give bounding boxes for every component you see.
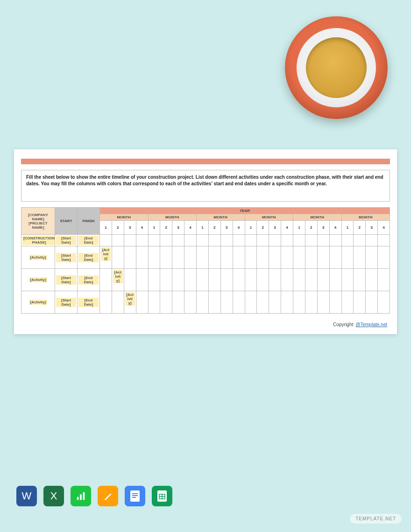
month-header: MONTH <box>100 214 149 221</box>
gantt-cell <box>269 235 281 246</box>
gantt-cell <box>112 291 124 314</box>
week-header: 1 <box>148 221 160 235</box>
gantt-cell <box>317 269 329 291</box>
gantt-cell <box>136 269 148 291</box>
gantt-cell <box>329 235 341 246</box>
gantt-cell <box>160 269 172 291</box>
end-date: [End Date] <box>78 269 100 291</box>
gantt-cell <box>112 246 124 269</box>
svg-rect-0 <box>77 497 79 500</box>
gantt-cell: [Activity] <box>124 291 136 314</box>
week-header: 1 <box>100 221 112 235</box>
word-icon[interactable]: W <box>16 486 37 506</box>
gantt-cell <box>184 235 197 246</box>
week-header: 2 <box>160 221 172 235</box>
week-header: 4 <box>281 221 293 235</box>
week-header: 4 <box>136 221 148 235</box>
gantt-cell <box>354 269 366 291</box>
svg-rect-1 <box>80 494 82 500</box>
gantt-cell <box>233 246 245 269</box>
week-header: 3 <box>172 221 184 235</box>
week-header: 1 <box>341 221 354 235</box>
week-header: 3 <box>220 221 233 235</box>
instruction-box: Fill the sheet below to show the entire … <box>21 170 390 202</box>
gantt-table: [COMPANY NAME] [PROJECT NAME] START FINI… <box>21 207 390 314</box>
gantt-cell <box>172 235 184 246</box>
company-project-header: [COMPANY NAME] [PROJECT NAME] <box>21 208 55 235</box>
start-date: [Start Date] <box>55 235 78 246</box>
week-header: 4 <box>233 221 245 235</box>
watermark: TEMPLATE.NET <box>350 514 402 524</box>
gantt-cell <box>378 269 390 291</box>
gantt-cell <box>329 246 341 269</box>
gantt-cell <box>245 246 257 269</box>
row-label: [CONSTRUCTION PHASE] <box>21 235 55 246</box>
copyright-label: Copyright: <box>333 322 355 327</box>
gantt-cell <box>172 246 184 269</box>
table-row: [Activity][Start Date][End Date][Activit… <box>21 291 390 314</box>
gantt-cell <box>124 235 136 246</box>
gantt-cell <box>100 269 112 291</box>
gantt-cell <box>124 269 136 291</box>
svg-rect-2 <box>83 492 85 500</box>
gantt-cell <box>184 269 197 291</box>
gantt-cell <box>148 246 160 269</box>
gantt-cell <box>341 291 354 314</box>
gantt-cell <box>257 235 269 246</box>
gantt-cell <box>257 291 269 314</box>
gantt-cell <box>100 235 112 246</box>
gantt-cell <box>148 269 160 291</box>
copyright: Copyright: @Template.net <box>21 322 390 327</box>
svg-rect-5 <box>132 495 138 496</box>
gantt-cell <box>136 246 148 269</box>
gantt-cell <box>305 246 317 269</box>
table-row: [Activity][Start Date][End Date][Activit… <box>21 269 390 291</box>
gantt-cell <box>293 269 305 291</box>
week-header: 2 <box>208 221 220 235</box>
gantt-cell <box>148 235 160 246</box>
gantt-cell <box>269 246 281 269</box>
row-label: [Activity] <box>21 246 55 269</box>
gantt-cell <box>124 246 136 269</box>
gantt-cell <box>366 269 378 291</box>
gantt-cell <box>257 269 269 291</box>
table-row: [Activity][Start Date][End Date][Activit… <box>21 246 390 269</box>
excel-icon[interactable]: X <box>43 486 64 506</box>
gantt-cell <box>233 235 245 246</box>
company-placeholder: [COMPANY NAME] <box>28 213 48 221</box>
gantt-cell <box>305 291 317 314</box>
month-header: MONTH <box>293 214 342 221</box>
template-link[interactable]: @Template.net <box>356 322 387 327</box>
gantt-cell <box>184 291 197 314</box>
pages-icon[interactable] <box>98 486 118 506</box>
gantt-cell <box>317 246 329 269</box>
gantt-cell <box>281 246 293 269</box>
week-header: 1 <box>293 221 305 235</box>
project-placeholder: [PROJECT NAME] <box>28 221 47 230</box>
week-header: 3 <box>366 221 378 235</box>
gantt-cell <box>281 235 293 246</box>
google-sheets-icon[interactable] <box>152 486 172 506</box>
gantt-cell: [Activity] <box>100 246 112 269</box>
accent-bar <box>21 159 390 164</box>
gantt-cell <box>184 246 197 269</box>
row-label: [Activity] <box>21 269 55 291</box>
gantt-cell <box>233 291 245 314</box>
end-date: [End Date] <box>78 235 100 246</box>
gantt-cell <box>245 291 257 314</box>
month-header: MONTH <box>197 214 245 221</box>
gantt-cell <box>293 235 305 246</box>
gantt-cell <box>378 246 390 269</box>
gantt-cell <box>329 291 341 314</box>
month-header: MONTH <box>245 214 293 221</box>
gantt-cell <box>220 235 233 246</box>
header-row-1: [COMPANY NAME] [PROJECT NAME] START FINI… <box>21 208 390 214</box>
finish-header: FINISH <box>78 208 100 235</box>
google-docs-icon[interactable] <box>125 486 145 506</box>
week-header: 2 <box>112 221 124 235</box>
gantt-cell <box>354 291 366 314</box>
month-header: MONTH <box>148 214 197 221</box>
gantt-cell <box>269 269 281 291</box>
gantt-cell <box>197 246 209 269</box>
numbers-icon[interactable] <box>71 486 91 506</box>
